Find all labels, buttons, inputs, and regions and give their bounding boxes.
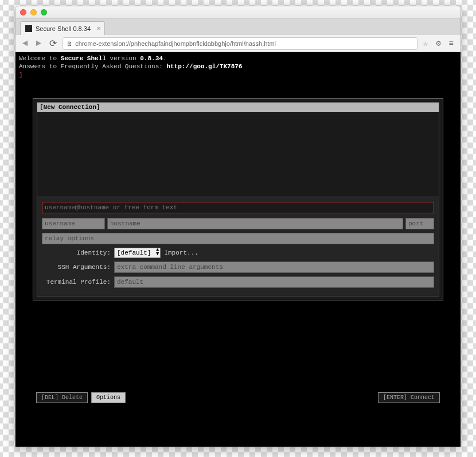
destination-input[interactable] <box>42 202 434 213</box>
forward-icon: ► <box>34 38 44 49</box>
identity-select[interactable]: [default] ▲▼ <box>114 248 161 258</box>
bookmark-icon[interactable]: ☆ <box>421 38 430 48</box>
delete-button[interactable]: [DEL] Delete <box>36 392 88 403</box>
identity-label: Identity: <box>42 249 111 256</box>
maximize-icon[interactable] <box>41 9 47 15</box>
settings-icon[interactable]: ⚙ <box>434 38 443 48</box>
minimize-icon[interactable] <box>30 9 37 15</box>
welcome-line: Welcome to Secure Shell version 0.8.34. <box>19 54 457 63</box>
connection-list[interactable] <box>37 112 439 197</box>
port-input[interactable] <box>405 218 434 229</box>
tab-bar: Secure Shell 0.8.34 × <box>15 19 461 35</box>
page-icon: 🗎 <box>67 40 73 47</box>
traffic-lights <box>20 9 47 15</box>
dialog-footer: [DEL] Delete Options [ENTER] Connect <box>33 389 443 407</box>
address-bar: ◄ ► ⟳ 🗎 chrome-extension://pnhechapfaind… <box>15 35 461 52</box>
dialog-header: [New Connection] <box>37 103 439 112</box>
profile-label: Terminal Profile: <box>42 279 111 286</box>
faq-line: Answers to Frequently Asked Questions: h… <box>19 63 457 71</box>
connect-button[interactable]: [ENTER] Connect <box>378 392 440 403</box>
back-icon[interactable]: ◄ <box>20 38 30 49</box>
browser-window: Secure Shell 0.8.34 × ◄ ► ⟳ 🗎 chrome-ext… <box>15 6 461 447</box>
import-link[interactable]: Import... <box>164 249 198 256</box>
relay-input[interactable] <box>42 233 434 244</box>
chevron-updown-icon: ▲▼ <box>156 248 159 256</box>
tab-close-icon[interactable]: × <box>96 24 101 33</box>
terminal: Welcome to Secure Shell version 0.8.34. … <box>15 52 461 447</box>
favicon-icon <box>25 25 32 32</box>
connection-form: Identity: [default] ▲▼ Import... SSH Arg… <box>37 197 439 296</box>
url-input[interactable]: 🗎 chrome-extension://pnhechapfaindjhompb… <box>63 37 418 50</box>
connection-dialog: [New Connection] Identity: <box>33 98 443 300</box>
prompt-cursor: ] <box>19 71 457 79</box>
reload-icon[interactable]: ⟳ <box>47 38 59 49</box>
hostname-input[interactable] <box>107 218 403 229</box>
tab-title: Secure Shell 0.8.34 <box>36 25 91 32</box>
close-icon[interactable] <box>20 9 26 15</box>
menu-icon[interactable]: ≡ <box>447 39 456 48</box>
titlebar <box>15 6 461 19</box>
browser-tab[interactable]: Secure Shell 0.8.34 × <box>20 21 105 35</box>
options-button[interactable]: Options <box>91 392 126 403</box>
ssh-args-label: SSH Arguments: <box>42 264 111 271</box>
profile-input[interactable] <box>114 276 434 288</box>
ssh-args-input[interactable] <box>114 261 434 273</box>
username-input[interactable] <box>42 218 105 229</box>
url-text: chrome-extension://pnhechapfaindjhompbnf… <box>75 40 276 47</box>
